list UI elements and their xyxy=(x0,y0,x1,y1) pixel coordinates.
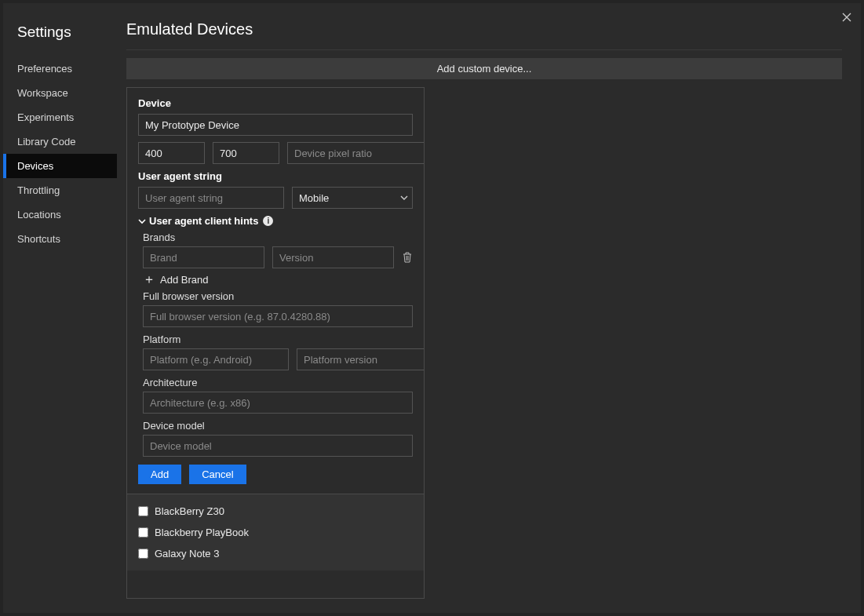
platform-input[interactable] xyxy=(143,348,289,370)
brands-label: Brands xyxy=(143,231,413,243)
device-list: BlackBerry Z30 Blackberry PlayBook Galax… xyxy=(127,494,424,570)
close-icon xyxy=(842,13,851,22)
architecture-label: Architecture xyxy=(143,377,413,388)
ua-string-input[interactable] xyxy=(138,187,284,209)
device-model-input[interactable] xyxy=(143,435,413,457)
cancel-button[interactable]: Cancel xyxy=(189,465,246,484)
add-brand-label: Add Brand xyxy=(160,274,208,286)
sidebar-item-preferences[interactable]: Preferences xyxy=(3,56,117,81)
sidebar-item-devices[interactable]: Devices xyxy=(3,154,117,178)
ua-client-hints-label: User agent client hints xyxy=(149,215,258,227)
brand-version-input[interactable] xyxy=(272,246,394,268)
add-brand-button[interactable]: ＋ Add Brand xyxy=(143,273,413,286)
sidebar-item-experiments[interactable]: Experiments xyxy=(3,105,117,129)
ua-type-select-wrap: Mobile xyxy=(292,187,413,209)
device-section-label: Device xyxy=(138,97,413,109)
device-list-item[interactable]: Blackberry PlayBook xyxy=(127,522,424,543)
device-label: Blackberry PlayBook xyxy=(155,527,249,538)
settings-sidebar: Settings Preferences Workspace Experimen… xyxy=(3,3,117,613)
architecture-input[interactable] xyxy=(143,392,413,414)
device-model-label: Device model xyxy=(143,420,413,432)
settings-title: Settings xyxy=(3,20,117,56)
device-list-item[interactable]: Galaxy Note 3 xyxy=(127,543,424,564)
plus-icon: ＋ xyxy=(143,273,155,286)
device-dpr-input[interactable] xyxy=(287,142,425,164)
page-title: Emulated Devices xyxy=(126,20,842,50)
add-button[interactable]: Add xyxy=(138,465,181,484)
delete-brand-button[interactable] xyxy=(402,252,413,263)
platform-version-input[interactable] xyxy=(297,348,425,370)
ua-client-hints-toggle[interactable]: User agent client hints i xyxy=(138,215,413,227)
sidebar-item-library-code[interactable]: Library Code xyxy=(3,129,117,154)
device-checkbox[interactable] xyxy=(138,506,148,516)
add-custom-device-button[interactable]: Add custom device... xyxy=(126,58,842,79)
brand-input[interactable] xyxy=(143,246,264,268)
device-width-input[interactable] xyxy=(138,142,205,164)
device-checkbox[interactable] xyxy=(138,527,148,538)
sidebar-item-workspace[interactable]: Workspace xyxy=(3,81,117,105)
platform-label: Platform xyxy=(143,334,413,345)
sidebar-item-shortcuts[interactable]: Shortcuts xyxy=(3,227,117,251)
device-height-input[interactable] xyxy=(213,142,279,164)
device-label: Galaxy Note 3 xyxy=(155,548,219,560)
full-browser-version-label: Full browser version xyxy=(143,290,413,302)
device-label: BlackBerry Z30 xyxy=(155,505,224,517)
chevron-down-icon xyxy=(138,218,146,224)
device-editor-panel: Device User agent string xyxy=(126,87,425,599)
settings-main: Emulated Devices Add custom device... De… xyxy=(117,3,861,613)
full-browser-version-input[interactable] xyxy=(143,305,413,327)
device-checkbox[interactable] xyxy=(138,549,148,559)
ua-section-label: User agent string xyxy=(138,170,413,182)
trash-icon xyxy=(403,252,412,263)
sidebar-item-locations[interactable]: Locations xyxy=(3,202,117,227)
sidebar-item-throttling[interactable]: Throttling xyxy=(3,178,117,202)
info-icon: i xyxy=(263,216,273,226)
device-name-input[interactable] xyxy=(138,114,413,136)
close-settings-button[interactable] xyxy=(837,8,856,27)
ua-type-select[interactable]: Mobile xyxy=(292,187,413,209)
device-list-item[interactable]: BlackBerry Z30 xyxy=(127,501,424,522)
ua-client-hints-body: Brands ＋ Add Brand xyxy=(138,231,413,457)
